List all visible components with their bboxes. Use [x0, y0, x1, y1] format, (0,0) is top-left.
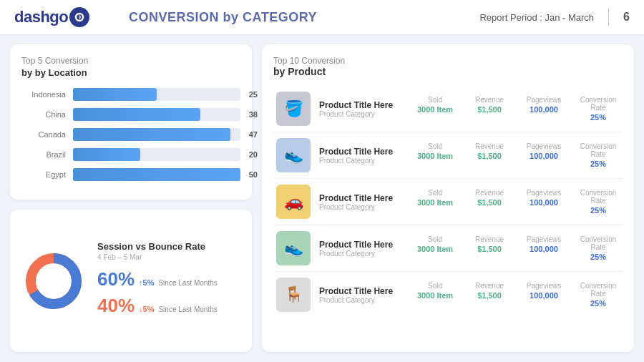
products-header: Top 10 Conversion by Product: [273, 56, 623, 77]
stat-sold: Sold 3000 Item: [414, 189, 457, 215]
svg-point-3: [38, 265, 69, 297]
header: dashgo CONVERSION by CATEGORY Report Per…: [0, 0, 644, 34]
stat-revenue: Revenue $1,500: [468, 235, 511, 261]
stat-conversion: Conversion Rate 25%: [577, 282, 620, 308]
product-category: Product Category: [319, 110, 405, 118]
stat-sold: Sold 3000 Item: [414, 282, 457, 308]
bar-value: 47: [249, 130, 258, 139]
stat-conversion: Conversion Rate 25%: [577, 142, 620, 168]
products-card: Top 10 Conversion by Product 🪣 Product T…: [262, 44, 634, 352]
product-row: 👟 Product Title Here Product Category So…: [273, 132, 623, 179]
bar-fill: [73, 148, 140, 161]
session-arrow: ↑5%: [139, 278, 154, 287]
bar-label: Indonesia: [21, 90, 66, 99]
product-stats: Sold 3000 Item Revenue $1,500 Pageviews …: [414, 96, 620, 122]
bar-value: 20: [249, 150, 258, 159]
stat-revenue: Revenue $1,500: [468, 96, 511, 122]
bar-fill: [73, 168, 240, 181]
right-panel: Top 10 Conversion by Product 🪣 Product T…: [262, 44, 634, 352]
bar-label: China: [21, 110, 66, 119]
product-stats: Sold 3000 Item Revenue $1,500 Pageviews …: [414, 235, 620, 261]
session-pct: 60%: [97, 268, 135, 290]
product-stats: Sold 3000 Item Revenue $1,500 Pageviews …: [414, 282, 620, 308]
product-category: Product Category: [319, 296, 405, 304]
logo-text: dashgo: [14, 8, 68, 26]
bar-row: Egypt 50: [21, 168, 240, 181]
bar-row: Canada 47: [21, 128, 240, 141]
product-row: 👟 Product Title Here Product Category So…: [273, 225, 623, 272]
bounce-pct: 40%: [97, 295, 135, 317]
bar-label: Egypt: [21, 170, 66, 179]
session-info: Session vs Bounce Rate 4 Feb – 5 Mar 60%…: [97, 241, 240, 321]
product-name: Product Title Here: [319, 100, 405, 110]
product-image: 👟: [276, 138, 311, 172]
product-category: Product Category: [319, 250, 405, 258]
product-name: Product Title Here: [319, 286, 405, 296]
report-period: Report Period : Jan - March: [479, 12, 594, 23]
bar-track: 25: [73, 88, 240, 101]
product-image: 🪑: [276, 278, 311, 312]
product-table: 🪣 Product Title Here Product Category So…: [273, 86, 623, 318]
bounce-arrow: ↓5%: [139, 305, 154, 313]
bar-chart: Indonesia 25 China 38 Canada 47 Brazil 2…: [21, 88, 240, 181]
bar-track: 47: [73, 128, 240, 141]
products-title-line2: by Product: [273, 66, 623, 77]
product-name-area: Product Title Here Product Category: [319, 193, 405, 211]
session-since: Since Last Months: [158, 279, 217, 287]
stat-pageviews: Pageviews 100,000: [522, 142, 565, 168]
bar-fill: [73, 128, 230, 141]
bar-value: 50: [249, 170, 258, 179]
bounce-since: Since Last Months: [158, 305, 217, 313]
bar-track: 38: [73, 108, 240, 121]
bar-chart-card: Top 5 Conversion by by Location Indonesi…: [10, 44, 252, 200]
product-name-area: Product Title Here Product Category: [319, 240, 405, 258]
session-date: 4 Feb – 5 Mar: [97, 253, 240, 261]
product-category: Product Category: [319, 157, 405, 165]
stat-sold: Sold 3000 Item: [414, 142, 457, 168]
stat-pageviews: Pageviews 100,000: [522, 235, 565, 261]
products-title-line1: Top 10 Conversion: [273, 56, 623, 66]
page-number: 6: [623, 11, 630, 24]
bar-label: Canada: [21, 130, 66, 139]
product-stats: Sold 3000 Item Revenue $1,500 Pageviews …: [414, 142, 620, 168]
stat-conversion: Conversion Rate 25%: [577, 96, 620, 122]
stat-pageviews: Pageviews 100,000: [522, 282, 565, 308]
header-right: Report Period : Jan - March 6: [479, 9, 630, 26]
session-title: Session vs Bounce Rate: [97, 241, 240, 252]
bar-track: 50: [73, 168, 240, 181]
bar-label: Brazil: [21, 150, 66, 159]
product-row: 🪣 Product Title Here Product Category So…: [273, 86, 623, 132]
bar-fill: [73, 88, 157, 101]
main-content: Top 5 Conversion by by Location Indonesi…: [0, 34, 644, 362]
bar-row: Indonesia 25: [21, 88, 240, 101]
bounce-stat-row: 40% ↓5% Since Last Months: [97, 295, 240, 317]
bar-chart-title-line2: by by Location: [21, 67, 240, 78]
product-image: 🚗: [276, 185, 311, 219]
product-row: 🚗 Product Title Here Product Category So…: [273, 179, 623, 225]
bar-row: China 38: [21, 108, 240, 121]
product-image: 🪣: [276, 92, 311, 126]
stat-revenue: Revenue $1,500: [468, 142, 511, 168]
bar-row: Brazil 20: [21, 148, 240, 161]
product-name-area: Product Title Here Product Category: [319, 100, 405, 118]
bar-chart-location-bold: by Location: [35, 67, 87, 78]
stat-revenue: Revenue $1,500: [468, 189, 511, 215]
bar-track: 20: [73, 148, 240, 161]
stat-pageviews: Pageviews 100,000: [522, 96, 565, 122]
product-name-area: Product Title Here Product Category: [319, 147, 405, 165]
product-name: Product Title Here: [319, 240, 405, 250]
stat-sold: Sold 3000 Item: [414, 96, 457, 122]
product-name: Product Title Here: [319, 147, 405, 157]
product-bold: Product: [288, 66, 326, 77]
logo-area: dashgo: [14, 7, 129, 27]
product-image: 👟: [276, 231, 311, 265]
page-title: CONVERSION by CATEGORY: [129, 10, 479, 25]
logo-icon: [69, 7, 89, 27]
header-divider: [608, 9, 609, 26]
bar-fill: [73, 108, 200, 121]
donut-chart: [21, 249, 86, 313]
bar-value: 25: [249, 90, 258, 99]
stat-conversion: Conversion Rate 25%: [577, 235, 620, 261]
session-stat-row: 60% ↑5% Since Last Months: [97, 268, 240, 290]
product-stats: Sold 3000 Item Revenue $1,500 Pageviews …: [414, 189, 620, 215]
